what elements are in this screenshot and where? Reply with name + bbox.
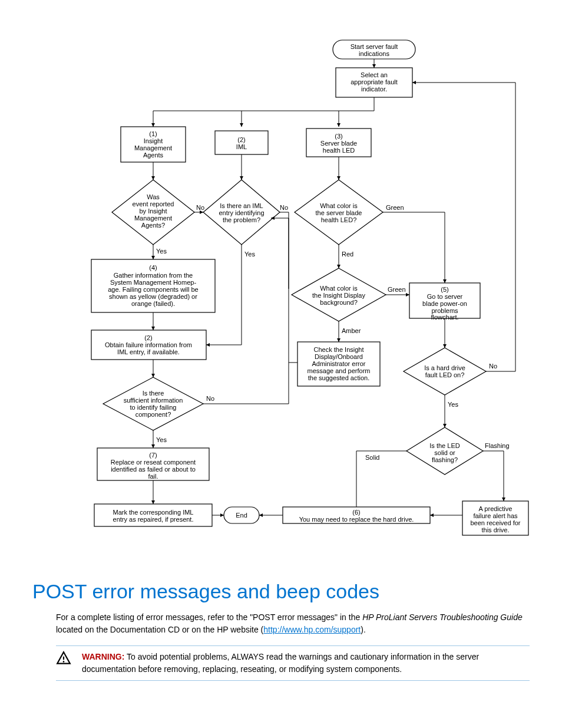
support-link[interactable]: http://www.hp.com/support (263, 625, 361, 634)
decision-hd-led: Is a hard drivefault LED on? (424, 364, 465, 378)
warning-label: WARNING: (82, 652, 124, 661)
label-flashing: Flashing (485, 442, 510, 449)
label-red: Red (342, 251, 353, 258)
warning-icon (56, 651, 71, 666)
page-heading: POST error messages and beep codes (32, 580, 530, 603)
warning-body: To avoid potential problems, ALWAYS read… (82, 652, 479, 674)
svg-point-64 (63, 661, 65, 663)
label-no-2: No (280, 204, 288, 211)
node-mark: Mark the corresponding IMLentry as repai… (113, 509, 194, 523)
label-no-4: No (206, 395, 214, 402)
label-green-2: Green (388, 286, 406, 293)
label-no-1: No (196, 204, 204, 211)
label-no-3: No (489, 363, 497, 370)
body-paragraph: For a complete listing of error messages… (56, 611, 524, 636)
label-yes-1: Yes (156, 248, 167, 255)
node-2: (2)IML (236, 136, 247, 150)
node-check: Check the InsightDisplay/OnboardAdminist… (308, 346, 371, 381)
node-end: End (236, 512, 247, 519)
decision-color: What color isthe server bladehealth LED? (316, 202, 362, 223)
label-yes-2: Yes (244, 251, 255, 258)
warning-callout: WARNING: To avoid potential problems, AL… (56, 645, 530, 681)
label-yes-3: Yes (448, 401, 458, 408)
label-solid: Solid (365, 454, 379, 461)
label-amber: Amber (342, 327, 361, 334)
label-green-1: Green (386, 204, 404, 211)
flowchart-diagram: Start server faultindications Select ana… (32, 35, 530, 566)
label-yes-4: Yes (156, 436, 167, 443)
decision-iml: Is there an IMLentry identifyingthe prob… (219, 202, 264, 223)
